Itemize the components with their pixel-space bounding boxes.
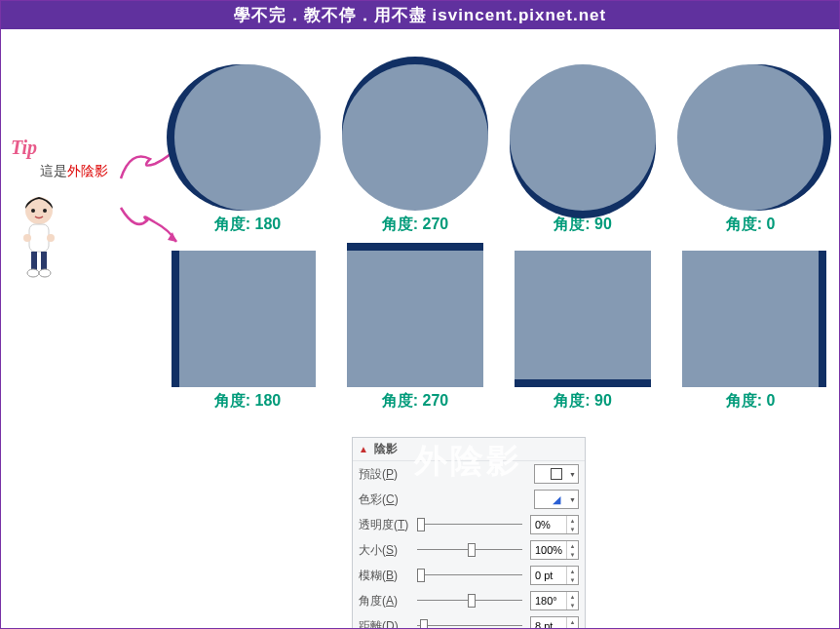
angle-prefix: 角度: bbox=[726, 392, 767, 409]
size-spinner[interactable]: 100%▲▼ bbox=[530, 540, 579, 560]
page-title: 學不完．教不停．用不盡 isvincent.pixnet.net bbox=[1, 1, 839, 29]
preset-dropdown[interactable]: ▼ bbox=[534, 464, 579, 484]
opacity-slider[interactable] bbox=[417, 516, 522, 533]
shadow-panel: ▲ 陰影 預設(P) ▼ 色彩(C) ◢▼ 透明度(T) 0%▲▼ 大小(S) bbox=[352, 437, 586, 629]
svg-point-0 bbox=[25, 197, 53, 224]
panel-title: ▲ 陰影 bbox=[353, 438, 585, 461]
svg-point-5 bbox=[47, 234, 55, 242]
angle-prefix: 角度: bbox=[382, 216, 423, 232]
row-angle: 角度(A) 180°▲▼ bbox=[353, 588, 585, 613]
svg-rect-7 bbox=[41, 252, 47, 271]
svg-point-4 bbox=[23, 234, 31, 242]
circle-180: 角度: 180 bbox=[174, 64, 321, 235]
tip-pre: 這是 bbox=[40, 163, 67, 178]
angle-value: 0 bbox=[766, 392, 775, 409]
svg-point-9 bbox=[39, 269, 51, 277]
opacity-label: 透明度 bbox=[359, 518, 394, 531]
row-size: 大小(S) 100%▲▼ bbox=[353, 537, 585, 563]
row-color: 色彩(C) ◢▼ bbox=[353, 487, 585, 512]
angle-prefix: 角度: bbox=[726, 216, 767, 232]
row-preset: 預設(P) ▼ bbox=[353, 461, 585, 487]
circle-row: 角度: 180 角度: 270 角度: 90 角度: 0 bbox=[174, 64, 827, 235]
angle-value: 180 bbox=[255, 216, 282, 232]
collapse-icon[interactable]: ▲ bbox=[359, 444, 368, 454]
size-label: 大小 bbox=[359, 543, 382, 557]
color-label: 色彩 bbox=[359, 492, 382, 506]
angle-value: 0 bbox=[766, 216, 775, 232]
color-dropdown[interactable]: ◢▼ bbox=[534, 490, 579, 509]
distance-spinner[interactable]: 8 pt▲▼ bbox=[530, 616, 579, 629]
square-90: 角度: 90 bbox=[510, 251, 656, 412]
blur-slider[interactable] bbox=[417, 567, 522, 584]
blur-spinner[interactable]: 0 pt▲▼ bbox=[530, 566, 579, 585]
tip-emphasis: 外陰影 bbox=[67, 163, 108, 178]
row-blur: 模糊(B) 0 pt▲▼ bbox=[353, 563, 585, 588]
angle-slider[interactable] bbox=[417, 592, 522, 609]
content: Tip 這是外陰影 角度: bbox=[1, 29, 839, 627]
angle-value: 180 bbox=[255, 392, 282, 409]
square-0: 角度: 0 bbox=[677, 251, 823, 412]
distance-label: 距離 bbox=[359, 619, 382, 630]
angle-value: 90 bbox=[594, 216, 612, 232]
square-row: 角度: 180 角度: 270 角度: 90 角度: 0 bbox=[174, 251, 827, 412]
svg-point-2 bbox=[43, 209, 47, 213]
angle-prefix: 角度: bbox=[214, 392, 255, 409]
blur-label: 模糊 bbox=[359, 569, 382, 582]
frame: 學不完．教不停．用不盡 isvincent.pixnet.net Tip 這是外… bbox=[0, 0, 840, 629]
circle-0: 角度: 0 bbox=[677, 64, 823, 235]
angle-value: 270 bbox=[423, 392, 449, 409]
circle-90: 角度: 90 bbox=[510, 64, 656, 235]
circle-270: 角度: 270 bbox=[342, 64, 488, 235]
angle-label: 角度 bbox=[359, 594, 382, 608]
angle-value: 270 bbox=[423, 216, 449, 232]
size-slider[interactable] bbox=[417, 541, 522, 559]
opacity-spinner[interactable]: 0%▲▼ bbox=[530, 515, 579, 534]
angle-prefix: 角度: bbox=[554, 392, 594, 409]
angle-value: 90 bbox=[594, 392, 612, 409]
angle-prefix: 角度: bbox=[214, 216, 255, 232]
svg-point-8 bbox=[27, 269, 39, 277]
angle-spinner[interactable]: 180°▲▼ bbox=[530, 591, 579, 610]
square-180: 角度: 180 bbox=[174, 251, 321, 412]
examples-grid: 角度: 180 角度: 270 角度: 90 角度: 0 角 bbox=[174, 64, 827, 412]
square-270: 角度: 270 bbox=[342, 251, 488, 412]
svg-rect-3 bbox=[29, 224, 49, 252]
row-distance: 距離(D) 8 pt▲▼ bbox=[353, 613, 585, 629]
angle-prefix: 角度: bbox=[382, 392, 423, 409]
distance-slider[interactable] bbox=[417, 617, 522, 629]
panel-title-text: 陰影 bbox=[374, 441, 398, 457]
row-opacity: 透明度(T) 0%▲▼ bbox=[353, 512, 585, 537]
svg-rect-6 bbox=[31, 252, 37, 271]
avatar bbox=[15, 195, 63, 283]
svg-point-1 bbox=[31, 209, 35, 213]
preset-label: 預設 bbox=[359, 467, 382, 481]
